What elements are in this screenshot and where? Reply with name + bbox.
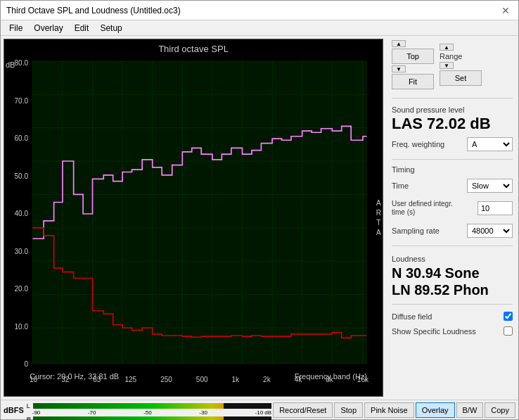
l-channel-label: L — [27, 402, 32, 409]
menu-edit[interactable]: Edit — [69, 22, 95, 34]
main-content: dB Third octave SPL ARTA 80.0 70.0 60.0 … — [1, 36, 518, 400]
set-button[interactable]: Set — [440, 70, 482, 86]
top-down-arrow[interactable]: ▼ — [392, 65, 406, 72]
fit-button[interactable]: Fit — [392, 74, 434, 89]
cursor-info: Cursor: 20.0 Hz, 33.81 dB — [30, 372, 119, 381]
user-integ-label: User defined integr. time (s) — [392, 200, 455, 217]
time-select[interactable]: FastSlowImpulseUser def — [467, 179, 513, 193]
show-specific-checkbox[interactable] — [504, 326, 513, 336]
bw-button[interactable]: B/W — [456, 402, 484, 418]
window-title: Third Octave SPL and Loudness (Untitled.… — [6, 6, 181, 15]
time-label: Time — [392, 182, 409, 190]
show-specific-row: Show Specific Loudness — [392, 326, 513, 336]
range-down-arrow[interactable]: ▼ — [440, 62, 454, 69]
dbfs-label: dBFS — [4, 406, 24, 414]
range-ctrl-group: ▲ Range ▼ Set — [440, 44, 482, 86]
separator-1 — [392, 98, 513, 98]
menu-file[interactable]: File — [4, 22, 28, 34]
top-controls: ▲ Top ▼ Fit ▲ Range ▼ Set — [392, 40, 513, 89]
copy-button[interactable]: Copy — [485, 402, 515, 418]
close-button[interactable]: ✕ — [499, 4, 513, 18]
stop-button[interactable]: Stop — [334, 402, 363, 418]
level-meter: L -90 -70 -50 -30 -10 dB R -80 -60 — [27, 403, 271, 417]
user-integ-row: User defined integr. time (s) — [392, 200, 513, 217]
bottom-buttons: Record/Reset Stop Pink Noise Overlay B/W… — [273, 402, 515, 418]
top-ctrl-group: ▲ Top ▼ Fit — [392, 40, 434, 89]
menu-overlay[interactable]: Overlay — [28, 22, 68, 34]
loudness-section: Loudness N 30.94 Sone LN 89.52 Phon — [392, 255, 513, 298]
sampling-row: Sampling rate 441004800096000 — [392, 224, 513, 238]
user-integ-input[interactable] — [478, 201, 513, 215]
freq-weighting-label: Freq. weighting — [392, 140, 444, 148]
loudness-ln-value: LN 89.52 Phon — [392, 281, 513, 298]
loudness-n-value: N 30.94 Sone — [392, 265, 513, 281]
freq-band-label: Frequency band (Hz) — [295, 372, 367, 381]
pink-noise-button[interactable]: Pink Noise — [364, 402, 414, 418]
spl-section: Sound pressure level LAS 72.02 dB — [392, 106, 513, 132]
chart-svg — [4, 39, 383, 396]
time-row: Time FastSlowImpulseUser def — [392, 179, 513, 193]
top-up-arrow[interactable]: ▲ — [392, 40, 406, 47]
separator-2 — [392, 159, 513, 160]
overlay-button[interactable]: Overlay — [416, 402, 455, 418]
r-channel-label: R — [27, 416, 32, 421]
chart-area: dB Third octave SPL ARTA 80.0 70.0 60.0 … — [4, 39, 383, 397]
record-reset-button[interactable]: Record/Reset — [273, 402, 333, 418]
right-panel: ▲ Top ▼ Fit ▲ Range ▼ Set Sound pressure… — [386, 36, 518, 400]
sampling-label: Sampling rate — [392, 227, 440, 235]
range-up-arrow[interactable]: ▲ — [440, 44, 454, 51]
range-label: Range — [440, 52, 482, 61]
bottom-bar: dBFS L -90 -70 -50 -30 -10 dB R — [1, 400, 518, 419]
diffuse-field-label: Diffuse field — [392, 312, 432, 321]
main-window: Third Octave SPL and Loudness (Untitled.… — [0, 0, 519, 420]
spl-value: LAS 72.02 dB — [392, 115, 513, 132]
show-specific-label: Show Specific Loudness — [392, 327, 476, 336]
freq-weighting-select[interactable]: ABCZ — [467, 137, 513, 151]
timing-label: Timing — [392, 165, 513, 174]
freq-weighting-row: Freq. weighting ABCZ — [392, 137, 513, 151]
separator-3 — [392, 246, 513, 246]
diffuse-field-checkbox[interactable] — [504, 312, 513, 321]
spl-label: Sound pressure level — [392, 106, 513, 114]
menu-setup[interactable]: Setup — [94, 22, 127, 34]
menu-bar: File Overlay Edit Setup — [1, 20, 518, 36]
diffuse-field-row: Diffuse field — [392, 312, 513, 321]
top-button[interactable]: Top — [392, 49, 434, 64]
title-bar: Third Octave SPL and Loudness (Untitled.… — [1, 1, 518, 20]
sampling-select[interactable]: 441004800096000 — [467, 224, 513, 238]
loudness-label: Loudness — [392, 255, 513, 263]
separator-4 — [392, 304, 513, 305]
